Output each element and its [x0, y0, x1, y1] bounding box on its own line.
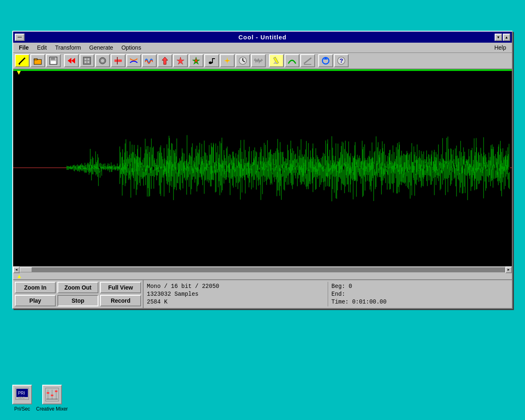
svg-rect-47 [51, 395, 53, 396]
trim-button[interactable] [111, 54, 126, 67]
minimize-button[interactable]: ▼ [495, 34, 502, 41]
mixer-icon[interactable] [42, 385, 62, 404]
stop-button[interactable]: Stop [57, 295, 98, 306]
select-all-button[interactable] [95, 54, 110, 67]
svg-rect-17 [117, 57, 118, 64]
select-block-button[interactable] [80, 54, 94, 67]
svg-line-0 [19, 58, 25, 64]
line-tool[interactable] [300, 54, 315, 67]
end-info: End: [331, 291, 509, 297]
size-info: 2584 K [147, 299, 328, 305]
controls-row-top: Zoom In Zoom Out Full View [15, 282, 141, 293]
sparkle-button[interactable] [220, 54, 235, 67]
wave-button[interactable] [142, 54, 157, 67]
svg-marker-19 [177, 57, 184, 64]
curve-tool[interactable] [285, 54, 299, 67]
noise-button[interactable] [251, 54, 266, 67]
play-button[interactable]: Play [15, 295, 56, 306]
desktop: — Cool - Untitled ▼ ▲ File Edit Transfor… [0, 0, 525, 420]
menu-help[interactable]: Help [490, 43, 510, 52]
note-button[interactable] [204, 54, 219, 67]
svg-rect-11 [87, 58, 89, 60]
svg-rect-2 [34, 59, 41, 64]
info-panel: Mono / 16 bit / 22050 1323032 Samples 25… [143, 280, 512, 308]
bottom-marker: ▲ [16, 273, 22, 279]
system-menu-button[interactable]: — [15, 34, 25, 41]
title-bar: — Cool - Untitled ▼ ▲ [13, 32, 512, 43]
scroll-right-button[interactable]: ► [505, 267, 512, 273]
menu-generate[interactable]: Generate [85, 43, 117, 52]
bottom-marker-area: ▲ [13, 273, 512, 279]
svg-line-32 [304, 58, 311, 64]
full-view-button[interactable]: Full View [100, 282, 141, 293]
record-button[interactable]: Record [100, 295, 141, 306]
effects-button[interactable] [173, 54, 188, 67]
menu-bar: File Edit Transform Generate Options Hel… [13, 43, 512, 53]
samples-info: 1323032 Samples [147, 291, 328, 297]
info-right: Beg: 0 End: Time: 0:01:00.00 [328, 282, 509, 306]
controls-row-bottom: Play Stop Record [15, 295, 141, 306]
horizontal-scrollbar[interactable]: ◄ ► [13, 266, 512, 273]
svg-rect-10 [84, 58, 87, 60]
svg-rect-6 [51, 61, 56, 64]
window-title: Cool - Untitled [238, 34, 286, 41]
svg-rect-12 [84, 61, 87, 63]
scrollbar-track[interactable] [20, 267, 505, 272]
taskbar-item-mixer[interactable]: Creative Mixer [36, 385, 68, 412]
waveform-area[interactable]: ▼ ↖ [13, 69, 512, 266]
help-button[interactable]: ? [334, 54, 349, 67]
save-button[interactable] [46, 54, 61, 67]
svg-rect-13 [87, 61, 89, 63]
spectrum-button[interactable] [189, 54, 203, 67]
svg-marker-7 [68, 58, 71, 64]
transport-controls: Zoom In Zoom Out Full View Play Stop Rec… [13, 280, 143, 308]
taskbar: PRI SEC Pri/Sec Creative Mixer [12, 385, 68, 412]
svg-rect-3 [34, 59, 37, 60]
svg-rect-5 [51, 57, 55, 60]
scroll-left-button[interactable]: ◄ [13, 267, 20, 273]
maximize-button[interactable]: ▲ [503, 34, 510, 41]
prisec-label: Pri/Sec [14, 406, 30, 412]
info-grid: Mono / 16 bit / 22050 1323032 Samples 25… [147, 282, 509, 306]
zoom-in-button[interactable]: Zoom In [15, 282, 56, 293]
new-button[interactable] [15, 54, 30, 67]
svg-text:?: ? [340, 57, 343, 64]
svg-marker-8 [71, 58, 75, 64]
svg-rect-46 [47, 392, 49, 394]
svg-rect-48 [55, 390, 57, 392]
svg-point-22 [209, 62, 212, 64]
svg-text:SEC: SEC [18, 396, 25, 399]
svg-point-15 [101, 59, 104, 62]
menu-options[interactable]: Options [117, 43, 145, 52]
svg-marker-26 [225, 58, 229, 63]
position-marker-line [13, 69, 512, 71]
time-info: Time: 0:01:00.00 [331, 299, 509, 305]
toolbar: ? [13, 53, 512, 69]
svg-text:PRI: PRI [18, 391, 25, 395]
mix-button[interactable] [126, 54, 141, 67]
rewind-button[interactable] [64, 54, 79, 67]
svg-marker-18 [162, 57, 168, 64]
svg-rect-24 [212, 58, 215, 59]
menu-transform[interactable]: Transform [51, 43, 85, 52]
taskbar-item-prisec[interactable]: PRI SEC Pri/Sec [12, 385, 32, 412]
svg-rect-9 [83, 57, 91, 64]
controls-bar: Zoom In Zoom Out Full View Play Stop Rec… [13, 279, 512, 308]
svg-rect-16 [114, 59, 122, 62]
waveform-canvas[interactable] [13, 69, 512, 266]
loop-button[interactable] [318, 54, 333, 67]
open-button[interactable] [30, 54, 45, 67]
mixer-label: Creative Mixer [36, 406, 68, 412]
format-info: Mono / 16 bit / 22050 [147, 283, 328, 290]
normalize-button[interactable] [158, 54, 172, 67]
info-left: Mono / 16 bit / 22050 1323032 Samples 25… [147, 282, 328, 306]
prisec-icon[interactable]: PRI SEC [12, 385, 32, 404]
zoom-out-button[interactable]: Zoom Out [57, 282, 98, 293]
menu-edit[interactable]: Edit [33, 43, 51, 52]
start-marker[interactable]: ▼ [16, 69, 22, 76]
main-window: — Cool - Untitled ▼ ▲ File Edit Transfor… [12, 31, 513, 309]
scrollbar-thumb[interactable] [20, 267, 32, 272]
time-button[interactable] [235, 54, 250, 67]
menu-file[interactable]: File [15, 43, 33, 52]
pencil-tool[interactable] [269, 54, 284, 67]
